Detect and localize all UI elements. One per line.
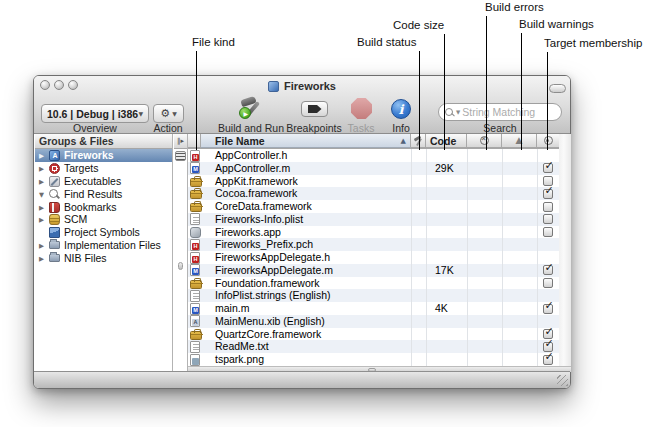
table-row[interactable]: Cocoa.framework — [188, 187, 559, 200]
build-errors-column-header[interactable] — [467, 134, 502, 148]
sidebar-item-label: NIB Files — [64, 252, 107, 265]
search-input[interactable] — [462, 106, 552, 118]
table-row[interactable]: tspark.png — [188, 353, 559, 366]
table-row[interactable]: CoreData.framework — [188, 200, 559, 213]
target-membership-checkbox[interactable] — [543, 265, 553, 275]
target-membership-checkbox[interactable] — [543, 227, 553, 237]
target-icon — [544, 136, 553, 145]
target-membership-checkbox[interactable] — [543, 163, 553, 173]
target-membership-column-header[interactable] — [537, 134, 559, 148]
sidebar-item-executables[interactable]: ▶Executables — [35, 175, 172, 188]
table-row[interactable]: Foundation.framework — [188, 277, 559, 290]
file-name: AppController.h — [215, 149, 287, 162]
table-row[interactable]: AMainMenu.xib (English) — [188, 315, 559, 328]
target-membership-checkbox[interactable] — [543, 202, 553, 212]
breakpoints-button[interactable] — [301, 101, 328, 117]
file-kind-badge: A — [192, 319, 199, 326]
zoom-button[interactable] — [68, 80, 78, 90]
target-membership-checkbox[interactable] — [543, 189, 553, 199]
file-kind-badge: H — [192, 154, 199, 161]
build-and-run-button[interactable] — [238, 96, 265, 121]
file-name: AppController.m — [215, 162, 290, 175]
table-row[interactable]: Mmain.m4K — [188, 302, 559, 315]
overview-popup[interactable]: 10.6 | Debug | i386 ▼ — [41, 104, 149, 123]
disclosure-triangle[interactable]: ▼ — [39, 191, 47, 199]
file-name-column-header[interactable]: File Name ▲ — [201, 134, 411, 148]
detail-badge-icon[interactable] — [175, 151, 186, 161]
sidebar-item-implementation-files[interactable]: ▶Implementation Files — [35, 239, 172, 252]
file-kind-icon: A — [190, 315, 200, 327]
action-label: Action — [153, 122, 182, 134]
target-membership-checkbox[interactable] — [543, 355, 553, 365]
sidebar-item-label: Bookmarks — [64, 201, 117, 214]
file-name: Fireworks_Prefix.pch — [215, 238, 313, 251]
vertical-scrollbar[interactable] — [559, 134, 571, 366]
file-kind-icon — [190, 178, 202, 187]
splitter-dimple[interactable] — [178, 262, 183, 270]
overview-value: 10.6 | Debug | i386 — [47, 108, 138, 120]
file-kind-icon — [190, 354, 200, 366]
sidebar-item-project-symbols[interactable]: Project Symbols — [35, 226, 172, 239]
table-row[interactable]: InfoPlist.strings (English) — [188, 289, 559, 302]
resize-grip[interactable] — [557, 375, 568, 386]
info-button[interactable]: i — [391, 99, 411, 119]
file-name: tspark.png — [215, 353, 264, 366]
disclosure-triangle[interactable]: ▶ — [39, 178, 47, 186]
action-button[interactable]: ⚙ ▼ — [153, 104, 184, 123]
project-icon — [49, 150, 60, 161]
sidebar-item-nib-files[interactable]: ▶NIB Files — [35, 252, 172, 265]
file-kind-icon — [190, 190, 202, 199]
search-field[interactable]: ▼ — [438, 103, 562, 121]
sidebar-item-bookmarks[interactable]: ▶Bookmarks — [35, 201, 172, 214]
disclosure-triangle[interactable]: ▶ — [39, 152, 47, 160]
close-button[interactable] — [40, 80, 50, 90]
breakpoint-icon — [308, 105, 322, 113]
disclosure-triangle[interactable]: ▶ — [39, 242, 47, 250]
file-kind-badge — [192, 358, 199, 365]
disclosure-triangle[interactable]: ▶ — [39, 216, 47, 224]
sidebar-splitter-strip[interactable]: ‖▸ — [174, 134, 188, 372]
disclosure-triangle[interactable]: ▶ — [39, 165, 47, 173]
callout-line — [419, 51, 420, 150]
gear-icon: ⚙ — [160, 108, 170, 119]
sidebar-item-find-results[interactable]: ▼Find Results — [35, 188, 172, 201]
sidebar-item-fireworks[interactable]: ▶Fireworks — [35, 149, 172, 162]
sidebar-item-scm[interactable]: ▶SCM — [35, 213, 172, 226]
disclosure-triangle[interactable]: ▶ — [39, 204, 47, 212]
file-kind-icon — [190, 213, 200, 225]
toolbar-toggle-pill[interactable] — [549, 84, 566, 93]
table-row[interactable]: AppKit.framework — [188, 175, 559, 188]
tasks-button[interactable] — [351, 98, 372, 119]
callout-label: Build status — [357, 36, 416, 48]
build-warnings-column-header[interactable]: ▲ — [502, 134, 537, 148]
target-membership-checkbox[interactable] — [543, 214, 553, 224]
table-row[interactable]: Fireworks.app — [188, 226, 559, 239]
search-scope-chevron-icon[interactable]: ▼ — [456, 109, 460, 115]
executable-icon — [49, 176, 60, 187]
sidebar-item-targets[interactable]: ▶Targets — [35, 162, 172, 175]
table-row[interactable]: MFireworksAppDelegate.m17K — [188, 264, 559, 277]
table-row[interactable]: ReadMe.txt — [188, 340, 559, 353]
target-icon — [49, 163, 60, 174]
file-kind-column-header[interactable] — [188, 134, 201, 148]
file-kind-icon: M — [190, 162, 200, 174]
file-name: QuartzCore.framework — [215, 328, 321, 341]
code-size-column-header[interactable]: Code — [426, 134, 467, 148]
callout-line — [547, 52, 548, 150]
column-options-icon[interactable]: ‖▸ — [174, 134, 187, 149]
table-row[interactable]: HAppController.h — [188, 149, 559, 162]
table-row[interactable]: QuartzCore.framework — [188, 328, 559, 341]
disclosure-triangle[interactable]: ▶ — [39, 255, 47, 263]
table-row[interactable]: MAppController.m29K — [188, 162, 559, 175]
breakpoints-label: Breakpoints — [286, 122, 341, 134]
table-row[interactable]: Fireworks-Info.plist — [188, 213, 559, 226]
target-membership-checkbox[interactable] — [543, 304, 553, 314]
target-membership-checkbox[interactable] — [543, 278, 553, 288]
file-kind-icon: M — [190, 303, 200, 315]
callout-label: File kind — [192, 36, 235, 48]
callout-label: Build warnings — [519, 18, 594, 30]
content-area: Groups & Files ▶Fireworks▶Targets▶Execut… — [35, 134, 571, 372]
table-row[interactable]: HFireworks_Prefix.pch — [188, 238, 559, 251]
minimize-button[interactable] — [54, 80, 64, 90]
table-row[interactable]: HFireworksAppDelegate.h — [188, 251, 559, 264]
